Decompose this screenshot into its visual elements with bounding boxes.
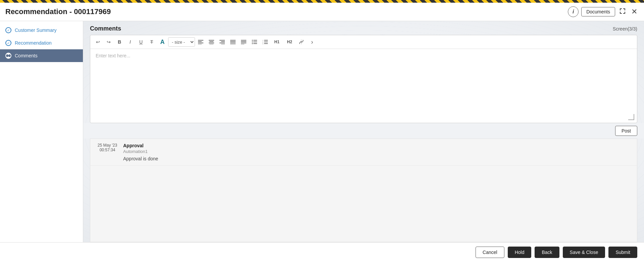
main-content: Comments Screen(3/3) ↩ ↪ B I U T A - siz <box>83 21 644 242</box>
comments-section-title: Comments <box>90 25 121 32</box>
font-color-button[interactable]: A <box>157 37 167 47</box>
svg-rect-3 <box>198 44 202 44</box>
sidebar-label-customer-summary: Customer Summary <box>15 28 56 33</box>
undo-button[interactable]: ↩ <box>93 37 103 47</box>
svg-rect-25 <box>253 43 257 44</box>
screen-indicator: Screen(3/3) <box>613 26 637 32</box>
comments-list: 25 May '23 00:57:34 Approval Automation1… <box>90 139 637 242</box>
editor-container: ↩ ↪ B I U T A - size - 8 10 12 14 <box>90 35 637 123</box>
svg-rect-4 <box>209 40 214 41</box>
redo-button[interactable]: ↪ <box>104 37 114 47</box>
svg-rect-5 <box>209 41 213 42</box>
list-unordered-button[interactable] <box>249 37 259 47</box>
sidebar-item-customer-summary[interactable]: Customer Summary <box>0 24 83 37</box>
comment-content: Approval Automation1 Approval is done <box>123 143 632 161</box>
post-button[interactable]: Post <box>615 126 637 136</box>
comment-item: 25 May '23 00:57:34 Approval Automation1… <box>90 139 637 166</box>
submit-button[interactable]: Submit <box>608 247 637 258</box>
sidebar-label-comments: Comments <box>15 53 38 58</box>
svg-rect-19 <box>241 44 244 44</box>
top-stripe <box>0 0 644 3</box>
align-right-button[interactable] <box>217 37 227 47</box>
svg-rect-8 <box>219 40 225 41</box>
svg-rect-27 <box>264 40 268 41</box>
content-area: Comments Screen(3/3) ↩ ↪ B I U T A - siz <box>83 21 644 242</box>
h2-button[interactable]: H2 <box>284 37 296 47</box>
sidebar-item-recommendation[interactable]: Recommendation <box>0 37 83 49</box>
sidebar-icon-comments <box>5 53 11 59</box>
svg-rect-23 <box>253 42 257 42</box>
svg-rect-29 <box>264 42 268 42</box>
italic-button[interactable]: I <box>125 37 135 47</box>
close-button[interactable]: ✕ <box>630 6 639 17</box>
modal-container: Recommendation - 000117969 i Documents ✕… <box>0 3 644 262</box>
svg-point-20 <box>252 40 253 41</box>
svg-rect-9 <box>221 41 225 42</box>
sidebar-item-comments[interactable]: Comments <box>0 49 83 62</box>
modal-title: Recommendation - 000117969 <box>5 7 111 16</box>
cancel-button[interactable]: Cancel <box>476 247 504 258</box>
back-button[interactable]: Back <box>535 247 559 258</box>
align-left-button[interactable] <box>196 37 206 47</box>
underline-button[interactable]: U <box>136 37 146 47</box>
svg-text:3.: 3. <box>262 43 263 44</box>
comment-type: Approval <box>123 143 632 148</box>
more-toolbar-button[interactable]: › <box>307 37 317 47</box>
svg-rect-13 <box>230 41 236 42</box>
strikethrough-button[interactable]: T <box>147 37 157 47</box>
comment-time-text: 00:57:34 <box>96 148 119 152</box>
modal-footer: Cancel Hold Back Save & Close Submit <box>0 242 644 262</box>
svg-rect-15 <box>230 44 236 44</box>
svg-rect-11 <box>221 44 225 44</box>
svg-rect-6 <box>209 43 214 43</box>
svg-rect-10 <box>219 43 225 43</box>
post-area: Post <box>83 123 644 139</box>
sidebar-label-recommendation: Recommendation <box>15 40 52 46</box>
h1-button[interactable]: H1 <box>271 37 283 47</box>
hold-button[interactable]: Hold <box>508 247 532 258</box>
font-size-select[interactable]: - size - 8 10 12 14 16 18 24 36 <box>168 37 195 47</box>
align-justify-button[interactable] <box>228 37 238 47</box>
comment-date: 25 May '23 00:57:34 <box>96 143 119 161</box>
svg-rect-14 <box>230 43 236 43</box>
bold-button[interactable]: B <box>114 37 125 47</box>
documents-button[interactable]: Documents <box>581 7 615 16</box>
svg-point-24 <box>252 43 253 44</box>
expand-button[interactable] <box>618 6 627 17</box>
header-actions: i Documents ✕ <box>568 6 639 17</box>
comments-header: Comments Screen(3/3) <box>83 21 644 35</box>
svg-rect-17 <box>241 41 246 42</box>
svg-rect-0 <box>198 40 203 41</box>
modal-body: Customer Summary Recommendation Comments… <box>0 21 644 242</box>
link-button[interactable] <box>296 37 306 47</box>
editor-body[interactable]: Enter text here... <box>90 49 637 123</box>
svg-rect-2 <box>198 43 203 43</box>
sidebar-icon-recommendation <box>5 40 11 46</box>
align-center-button[interactable] <box>206 37 216 47</box>
comment-date-text: 25 May '23 <box>96 143 119 148</box>
sidebar-icon-customer-summary <box>5 27 11 33</box>
modal-header: Recommendation - 000117969 i Documents ✕ <box>0 3 644 21</box>
align-justify2-button[interactable] <box>239 37 249 47</box>
svg-rect-16 <box>241 40 246 41</box>
svg-rect-1 <box>198 41 202 42</box>
svg-point-22 <box>252 42 253 43</box>
editor-placeholder: Enter text here... <box>96 53 131 58</box>
comment-author: Automation1 <box>123 149 632 154</box>
svg-rect-18 <box>241 43 246 43</box>
svg-rect-31 <box>264 43 268 44</box>
svg-rect-7 <box>209 44 213 44</box>
info-button[interactable]: i <box>568 6 579 17</box>
editor-toolbar: ↩ ↪ B I U T A - size - 8 10 12 14 <box>90 35 637 49</box>
svg-rect-21 <box>253 40 257 41</box>
save-close-button[interactable]: Save & Close <box>563 247 605 258</box>
comment-text: Approval is done <box>123 156 632 161</box>
list-ordered-button[interactable]: 1.2.3. <box>260 37 270 47</box>
svg-rect-12 <box>230 40 236 41</box>
sidebar: Customer Summary Recommendation Comments <box>0 21 83 242</box>
